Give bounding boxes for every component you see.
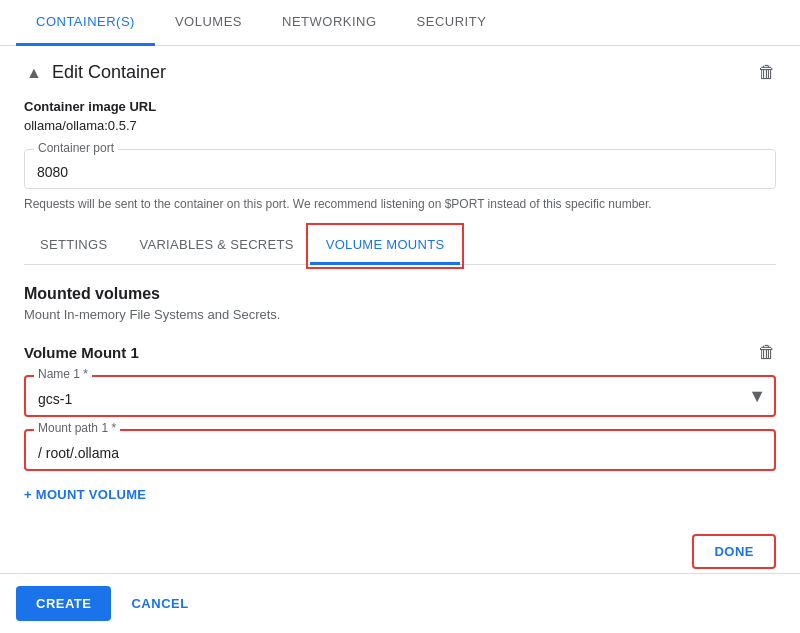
image-url-value: ollama/ollama:0.5.7	[24, 118, 776, 133]
port-hint-text: Requests will be sent to the container o…	[24, 197, 776, 211]
tab-variables-secrets[interactable]: VARIABLES & SECRETS	[123, 227, 309, 265]
top-tabs-bar: CONTAINER(S) VOLUMES NETWORKING SECURITY	[0, 0, 800, 46]
done-area: DONE	[24, 526, 776, 569]
delete-volume-mount-icon[interactable]: 🗑	[758, 342, 776, 363]
mounted-volumes-title: Mounted volumes	[24, 285, 776, 303]
done-button[interactable]: DONE	[692, 534, 776, 569]
name-1-group: Name 1 * ▼	[24, 375, 776, 417]
mount-path-1-input[interactable]	[24, 429, 776, 471]
cancel-button[interactable]: CANCEL	[123, 586, 196, 621]
container-port-label: Container port	[34, 141, 118, 155]
image-url-label: Container image URL	[24, 99, 776, 114]
inner-tabs-bar: SETTINGS VARIABLES & SECRETS VOLUME MOUN…	[24, 227, 776, 265]
name-1-input[interactable]	[24, 375, 776, 417]
container-port-group: Container port	[24, 149, 776, 189]
delete-container-icon[interactable]: 🗑	[758, 62, 776, 83]
bottom-action-bar: CREATE CANCEL	[0, 573, 800, 633]
tab-containers[interactable]: CONTAINER(S)	[16, 0, 155, 46]
mount-path-1-group: Mount path 1 *	[24, 429, 776, 471]
volume-mount-1-header: Volume Mount 1 🗑	[24, 342, 776, 363]
edit-container-title-group: ▲ Edit Container	[24, 62, 166, 83]
create-button[interactable]: CREATE	[16, 586, 111, 621]
name-1-label: Name 1 *	[34, 367, 92, 381]
volume-mount-1-title: Volume Mount 1	[24, 344, 139, 361]
edit-container-title: Edit Container	[52, 62, 166, 83]
edit-container-header: ▲ Edit Container 🗑	[24, 62, 776, 83]
mount-volume-button[interactable]: + MOUNT VOLUME	[24, 479, 146, 510]
container-port-input[interactable]	[24, 149, 776, 189]
tab-networking[interactable]: NETWORKING	[262, 0, 397, 46]
mounted-volumes-desc: Mount In-memory File Systems and Secrets…	[24, 307, 776, 322]
tab-volumes[interactable]: VOLUMES	[155, 0, 262, 46]
chevron-up-icon[interactable]: ▲	[24, 63, 44, 83]
main-content: ▲ Edit Container 🗑 Container image URL o…	[0, 46, 800, 585]
tab-security[interactable]: SECURITY	[397, 0, 507, 46]
tab-volume-mounts[interactable]: VOLUME MOUNTS	[310, 227, 461, 265]
mount-path-1-label: Mount path 1 *	[34, 421, 120, 435]
tab-settings[interactable]: SETTINGS	[24, 227, 123, 265]
